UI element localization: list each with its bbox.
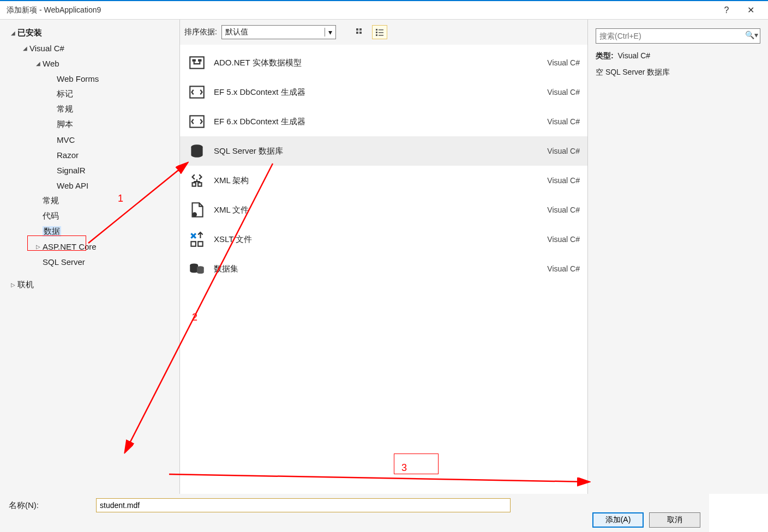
annotation-box-1: [27, 235, 86, 251]
svg-rect-0: [356, 28, 358, 31]
name-label: 名称(N):: [9, 498, 91, 511]
svg-rect-2: [356, 32, 358, 34]
annotation-box-3: [394, 454, 439, 474]
svg-rect-4: [376, 29, 377, 31]
template-name: SQL Server 数据库: [214, 146, 547, 156]
template-lang: Visual C#: [547, 176, 580, 185]
template-name: XML 文件: [214, 205, 547, 215]
dbcontext6-icon: [188, 112, 206, 131]
type-line: 类型: Visual C#: [596, 51, 760, 61]
tree-visual-csharp[interactable]: ◢Visual C#: [3, 40, 179, 56]
template-lang: Visual C#: [547, 58, 580, 67]
template-name: ADO.NET 实体数据模型: [214, 58, 547, 68]
tree-signalr[interactable]: SignalR: [3, 162, 179, 178]
template-lang: Visual C#: [547, 235, 580, 244]
grid-view-button[interactable]: [352, 25, 368, 39]
help-button[interactable]: ?: [715, 5, 739, 15]
xslt-icon: [188, 230, 206, 249]
svg-rect-12: [198, 59, 201, 62]
svg-rect-8: [376, 34, 377, 36]
template-name: EF 5.x DbContext 生成器: [214, 87, 547, 98]
category-tree-panel: ◢已安装 ◢Visual C# ◢Web Web Forms 标记 常规 脚本 …: [0, 20, 180, 494]
tree-installed[interactable]: ◢已安装: [3, 25, 179, 40]
chevron-down-icon: ◢: [34, 61, 43, 66]
tree-jiaoben[interactable]: 脚本: [3, 117, 179, 132]
template-panel: 排序依据: 默认值 ▾ ADO.NET 实体数据模型 Visual C# EF …: [180, 20, 588, 494]
info-panel: 🔍▾ 类型: Visual C# 空 SQL Server 数据库: [588, 20, 768, 494]
svg-rect-5: [379, 29, 383, 31]
template-lang: Visual C#: [547, 88, 580, 96]
template-row[interactable]: EF 5.x DbContext 生成器 Visual C#: [180, 77, 587, 107]
tree-web-forms[interactable]: Web Forms: [3, 71, 179, 86]
chevron-down-icon: ◢: [9, 30, 17, 36]
list-icon: [375, 28, 384, 37]
template-row[interactable]: EF 6.x DbContext 生成器 Visual C#: [180, 107, 587, 136]
search-input[interactable]: [596, 28, 760, 44]
name-input[interactable]: [96, 498, 511, 512]
window-title: 添加新项 - WebApplication9: [5, 5, 715, 15]
list-view-button[interactable]: [372, 25, 387, 39]
tree-biaoji[interactable]: 标记: [3, 86, 179, 101]
template-row[interactable]: XSLT 文件 Visual C#: [180, 225, 587, 254]
sort-dropdown[interactable]: 默认值 ▾: [221, 25, 336, 39]
grid-icon: [356, 28, 364, 37]
template-list: ADO.NET 实体数据模型 Visual C# EF 5.x DbContex…: [180, 45, 587, 494]
tree-online[interactable]: ▷联机: [3, 277, 179, 292]
template-lang: Visual C#: [547, 117, 580, 126]
xml-schema-icon: [188, 171, 206, 190]
annotation-1: 1: [118, 193, 123, 204]
tree-daima[interactable]: 代码: [3, 208, 179, 223]
svg-rect-10: [190, 57, 204, 68]
template-row[interactable]: XML 文件 Visual C#: [180, 195, 587, 225]
annotation-3: 3: [401, 462, 407, 474]
svg-rect-6: [376, 32, 377, 33]
add-button[interactable]: 添加(A): [592, 512, 644, 528]
svg-rect-16: [193, 183, 196, 186]
template-lang: Visual C#: [547, 205, 580, 214]
svg-rect-17: [198, 183, 201, 186]
svg-rect-19: [191, 241, 196, 246]
template-row[interactable]: 数据集 Visual C#: [180, 254, 587, 283]
template-row[interactable]: ADO.NET 实体数据模型 Visual C#: [180, 48, 587, 77]
dataset-icon: [188, 259, 206, 278]
search-wrap: 🔍▾: [596, 28, 760, 44]
cancel-button[interactable]: 取消: [649, 512, 700, 528]
tree-changgui-sub[interactable]: 常规: [3, 101, 179, 117]
sortby-label: 排序依据:: [184, 27, 217, 37]
template-row[interactable]: XML 架构 Visual C#: [180, 166, 587, 195]
template-lang: Visual C#: [547, 147, 580, 155]
type-label: 类型:: [596, 51, 614, 60]
tree-web[interactable]: ◢Web: [3, 56, 179, 71]
template-name: 数据集: [214, 264, 547, 274]
svg-rect-11: [193, 59, 196, 62]
search-icon[interactable]: 🔍▾: [745, 31, 758, 39]
annotation-2: 2: [192, 312, 197, 323]
chevron-down-icon: ◢: [21, 45, 29, 51]
template-name: EF 6.x DbContext 生成器: [214, 117, 547, 127]
tree-changgui[interactable]: 常规: [3, 193, 179, 208]
tree-sqlserver[interactable]: SQL Server: [3, 254, 179, 269]
entity-model-icon: [188, 53, 206, 72]
titlebar: 添加新项 - WebApplication9 ? ✕: [0, 0, 768, 20]
svg-rect-7: [379, 32, 383, 33]
chevron-right-icon: ▷: [9, 282, 17, 288]
template-description: 空 SQL Server 数据库: [596, 68, 760, 77]
template-name: XML 架构: [214, 176, 547, 186]
template-name: XSLT 文件: [214, 234, 547, 245]
template-toolbar: 排序依据: 默认值 ▾: [180, 20, 587, 45]
svg-rect-3: [359, 32, 362, 34]
tree-webapi[interactable]: Web API: [3, 178, 179, 193]
database-icon: [188, 142, 206, 160]
tree-mvc[interactable]: MVC: [3, 132, 179, 147]
svg-rect-20: [198, 241, 203, 246]
svg-point-18: [193, 212, 197, 217]
template-row-selected[interactable]: SQL Server 数据库 Visual C#: [180, 136, 587, 166]
template-lang: Visual C#: [547, 264, 580, 273]
chevron-down-icon: ▾: [325, 28, 335, 37]
xml-file-icon: [188, 201, 206, 219]
type-value: Visual C#: [617, 51, 650, 60]
close-button[interactable]: ✕: [739, 5, 763, 15]
tree-razor[interactable]: Razor: [3, 147, 179, 162]
dbcontext5-icon: [188, 83, 206, 101]
svg-rect-1: [359, 28, 362, 31]
